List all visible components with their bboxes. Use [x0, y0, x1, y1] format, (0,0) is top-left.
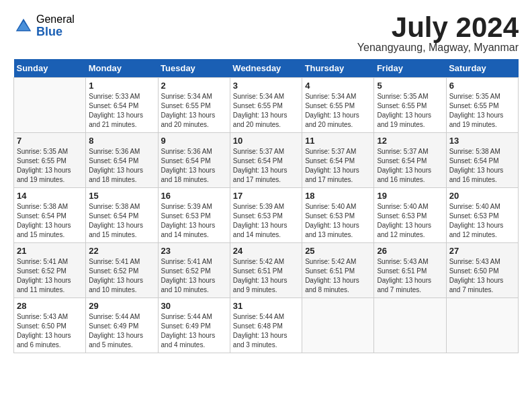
calendar-cell: 8Sunrise: 5:36 AM Sunset: 6:54 PM Daylig… — [86, 133, 158, 188]
weekday-header: Monday — [86, 59, 158, 78]
day-info: Sunrise: 5:37 AM Sunset: 6:54 PM Dayligh… — [377, 147, 443, 185]
calendar-cell — [374, 298, 446, 353]
calendar-cell: 9Sunrise: 5:36 AM Sunset: 6:54 PM Daylig… — [158, 133, 230, 188]
day-info: Sunrise: 5:42 AM Sunset: 6:51 PM Dayligh… — [305, 257, 371, 295]
calendar-week-row: 1Sunrise: 5:33 AM Sunset: 6:54 PM Daylig… — [14, 78, 519, 133]
day-number: 16 — [161, 191, 227, 201]
day-number: 8 — [89, 136, 154, 146]
day-info: Sunrise: 5:44 AM Sunset: 6:49 PM Dayligh… — [161, 312, 227, 350]
calendar-cell: 2Sunrise: 5:34 AM Sunset: 6:55 PM Daylig… — [158, 78, 230, 133]
day-number: 4 — [305, 81, 371, 91]
day-info: Sunrise: 5:40 AM Sunset: 6:53 PM Dayligh… — [449, 202, 515, 240]
day-number: 9 — [161, 136, 227, 146]
day-number: 11 — [305, 136, 371, 146]
calendar-cell: 1Sunrise: 5:33 AM Sunset: 6:54 PM Daylig… — [86, 78, 158, 133]
day-info: Sunrise: 5:39 AM Sunset: 6:53 PM Dayligh… — [161, 202, 227, 240]
day-number: 1 — [89, 81, 154, 91]
day-number: 23 — [161, 246, 227, 256]
logo-general: General — [36, 13, 75, 26]
calendar-cell: 28Sunrise: 5:43 AM Sunset: 6:50 PM Dayli… — [14, 298, 86, 353]
day-info: Sunrise: 5:34 AM Sunset: 6:55 PM Dayligh… — [305, 92, 371, 130]
day-info: Sunrise: 5:41 AM Sunset: 6:52 PM Dayligh… — [89, 257, 154, 295]
day-info: Sunrise: 5:43 AM Sunset: 6:50 PM Dayligh… — [17, 312, 83, 350]
logo-icon — [13, 16, 34, 36]
day-info: Sunrise: 5:38 AM Sunset: 6:54 PM Dayligh… — [449, 147, 515, 185]
calendar-cell: 3Sunrise: 5:34 AM Sunset: 6:55 PM Daylig… — [230, 78, 302, 133]
calendar-cell: 19Sunrise: 5:40 AM Sunset: 6:53 PM Dayli… — [374, 188, 446, 243]
day-number: 3 — [233, 81, 299, 91]
calendar-cell: 27Sunrise: 5:43 AM Sunset: 6:50 PM Dayli… — [446, 243, 518, 298]
calendar-cell: 4Sunrise: 5:34 AM Sunset: 6:55 PM Daylig… — [302, 78, 374, 133]
calendar-cell: 20Sunrise: 5:40 AM Sunset: 6:53 PM Dayli… — [446, 188, 518, 243]
day-number: 6 — [449, 81, 515, 91]
calendar-cell: 10Sunrise: 5:37 AM Sunset: 6:54 PM Dayli… — [230, 133, 302, 188]
main-title: July 2024 — [357, 13, 519, 42]
day-info: Sunrise: 5:42 AM Sunset: 6:51 PM Dayligh… — [233, 257, 299, 295]
calendar-week-row: 14Sunrise: 5:38 AM Sunset: 6:54 PM Dayli… — [14, 188, 519, 243]
day-info: Sunrise: 5:36 AM Sunset: 6:54 PM Dayligh… — [89, 147, 154, 185]
logo-text: General Blue — [36, 13, 75, 38]
day-info: Sunrise: 5:37 AM Sunset: 6:54 PM Dayligh… — [305, 147, 371, 185]
day-info: Sunrise: 5:36 AM Sunset: 6:54 PM Dayligh… — [161, 147, 227, 185]
day-info: Sunrise: 5:40 AM Sunset: 6:53 PM Dayligh… — [305, 202, 371, 240]
day-number: 17 — [233, 191, 299, 201]
calendar-week-row: 21Sunrise: 5:41 AM Sunset: 6:52 PM Dayli… — [14, 243, 519, 298]
calendar-cell: 24Sunrise: 5:42 AM Sunset: 6:51 PM Dayli… — [230, 243, 302, 298]
calendar-cell — [302, 298, 374, 353]
calendar-cell: 17Sunrise: 5:39 AM Sunset: 6:53 PM Dayli… — [230, 188, 302, 243]
day-number: 12 — [377, 136, 443, 146]
day-info: Sunrise: 5:41 AM Sunset: 6:52 PM Dayligh… — [161, 257, 227, 295]
calendar-cell: 12Sunrise: 5:37 AM Sunset: 6:54 PM Dayli… — [374, 133, 446, 188]
calendar-cell: 26Sunrise: 5:43 AM Sunset: 6:51 PM Dayli… — [374, 243, 446, 298]
title-section: July 2024 Yenangyaung, Magway, Myanmar — [357, 13, 519, 54]
weekday-header: Saturday — [446, 59, 518, 78]
subtitle: Yenangyaung, Magway, Myanmar — [357, 42, 519, 54]
weekday-header: Sunday — [14, 59, 86, 78]
day-info: Sunrise: 5:34 AM Sunset: 6:55 PM Dayligh… — [161, 92, 227, 130]
calendar-cell: 14Sunrise: 5:38 AM Sunset: 6:54 PM Dayli… — [14, 188, 86, 243]
day-info: Sunrise: 5:35 AM Sunset: 6:55 PM Dayligh… — [449, 92, 515, 130]
calendar-cell: 15Sunrise: 5:38 AM Sunset: 6:54 PM Dayli… — [86, 188, 158, 243]
calendar-cell: 16Sunrise: 5:39 AM Sunset: 6:53 PM Dayli… — [158, 188, 230, 243]
calendar-week-row: 28Sunrise: 5:43 AM Sunset: 6:50 PM Dayli… — [14, 298, 519, 353]
day-info: Sunrise: 5:43 AM Sunset: 6:51 PM Dayligh… — [377, 257, 443, 295]
calendar-cell: 23Sunrise: 5:41 AM Sunset: 6:52 PM Dayli… — [158, 243, 230, 298]
day-number: 21 — [17, 246, 83, 256]
day-number: 15 — [89, 191, 154, 201]
weekday-header: Tuesday — [158, 59, 230, 78]
day-number: 29 — [89, 301, 154, 311]
calendar-cell — [14, 78, 86, 133]
day-number: 10 — [233, 136, 299, 146]
day-info: Sunrise: 5:40 AM Sunset: 6:53 PM Dayligh… — [377, 202, 443, 240]
day-info: Sunrise: 5:39 AM Sunset: 6:53 PM Dayligh… — [233, 202, 299, 240]
day-info: Sunrise: 5:37 AM Sunset: 6:54 PM Dayligh… — [233, 147, 299, 185]
day-info: Sunrise: 5:38 AM Sunset: 6:54 PM Dayligh… — [89, 202, 154, 240]
calendar-cell: 30Sunrise: 5:44 AM Sunset: 6:49 PM Dayli… — [158, 298, 230, 353]
day-number: 7 — [17, 136, 83, 146]
calendar-cell: 31Sunrise: 5:44 AM Sunset: 6:48 PM Dayli… — [230, 298, 302, 353]
weekday-header: Thursday — [302, 59, 374, 78]
logo-blue: Blue — [36, 26, 75, 39]
calendar-cell: 18Sunrise: 5:40 AM Sunset: 6:53 PM Dayli… — [302, 188, 374, 243]
day-number: 30 — [161, 301, 227, 311]
calendar-cell: 13Sunrise: 5:38 AM Sunset: 6:54 PM Dayli… — [446, 133, 518, 188]
day-number: 24 — [233, 246, 299, 256]
day-number: 27 — [449, 246, 515, 256]
calendar-cell — [446, 298, 518, 353]
day-info: Sunrise: 5:34 AM Sunset: 6:55 PM Dayligh… — [233, 92, 299, 130]
day-number: 20 — [449, 191, 515, 201]
calendar-cell: 29Sunrise: 5:44 AM Sunset: 6:49 PM Dayli… — [86, 298, 158, 353]
day-number: 18 — [305, 191, 371, 201]
day-info: Sunrise: 5:35 AM Sunset: 6:55 PM Dayligh… — [17, 147, 83, 185]
day-number: 22 — [89, 246, 154, 256]
logo: General Blue — [13, 13, 75, 38]
calendar-cell: 5Sunrise: 5:35 AM Sunset: 6:55 PM Daylig… — [374, 78, 446, 133]
day-info: Sunrise: 5:43 AM Sunset: 6:50 PM Dayligh… — [449, 257, 515, 295]
calendar-cell: 25Sunrise: 5:42 AM Sunset: 6:51 PM Dayli… — [302, 243, 374, 298]
calendar-cell: 22Sunrise: 5:41 AM Sunset: 6:52 PM Dayli… — [86, 243, 158, 298]
day-number: 13 — [449, 136, 515, 146]
calendar-cell: 11Sunrise: 5:37 AM Sunset: 6:54 PM Dayli… — [302, 133, 374, 188]
weekday-header: Friday — [374, 59, 446, 78]
day-number: 2 — [161, 81, 227, 91]
day-info: Sunrise: 5:35 AM Sunset: 6:55 PM Dayligh… — [377, 92, 443, 130]
